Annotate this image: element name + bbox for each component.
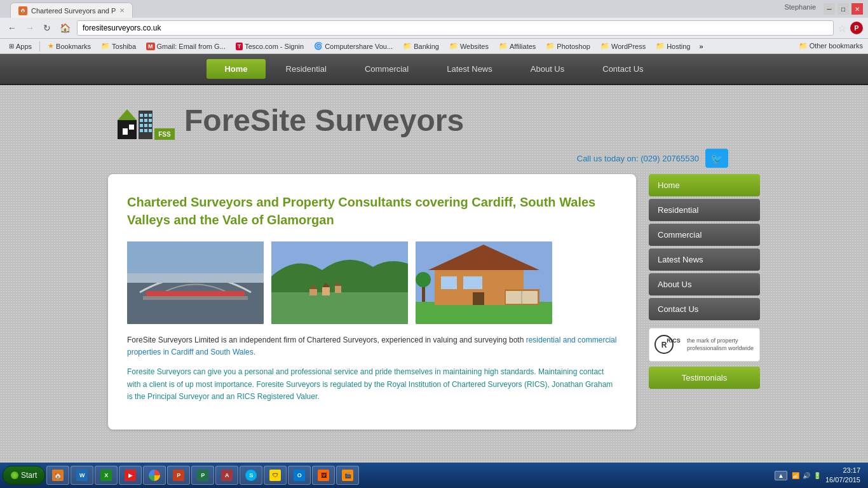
taskbar-word-item[interactable]: W (71, 466, 93, 485)
taskbar-mediaplayer-item[interactable]: 🎬 (336, 466, 359, 485)
bookmark-star-button[interactable]: ☆ (837, 22, 846, 34)
sidebar-item-latest-news[interactable]: Latest News (649, 248, 760, 271)
nav-about-us[interactable]: About Us (513, 59, 582, 79)
bookmark-websites[interactable]: 📁 Websites (445, 41, 492, 51)
svg-rect-12 (144, 124, 147, 127)
tray-icons: 📶 🔊 🔋 (791, 471, 822, 480)
sidebar-item-home[interactable]: Home (649, 174, 760, 196)
foresite-intro: ForeSite Surveyors Limited is an indepen… (127, 336, 526, 344)
paragraph-2: Foresite Surveyors can give you a person… (127, 366, 617, 403)
maximize-button[interactable]: □ (837, 3, 849, 15)
start-button[interactable]: Start (3, 466, 45, 485)
clock-time: 23:17 (825, 466, 860, 475)
svg-rect-30 (322, 287, 330, 295)
bookmark-hosting[interactable]: 📁 Hosting (652, 41, 694, 51)
bookmark-photoshop[interactable]: 📁 Photoshop (542, 41, 594, 51)
nav-home[interactable]: Home (207, 59, 265, 79)
taskbar-excel-item[interactable]: X (95, 466, 118, 485)
top-navigation: Home Residential Commercial Latest News … (0, 54, 868, 85)
sidebar: Home Residential Commercial Latest News … (649, 174, 760, 430)
bookmark-gmail[interactable]: M Gmail: Email from G... (142, 42, 229, 51)
svg-rect-27 (271, 292, 408, 324)
stadium-image (127, 241, 264, 324)
nav-contact-us[interactable]: Contact Us (585, 59, 661, 79)
address-input[interactable] (77, 20, 834, 36)
tray-show-button[interactable]: ▲ (775, 471, 787, 480)
computershare-label: Computershare Vou... (325, 43, 393, 50)
bookmark-affiliates[interactable]: 📁 Affiliates (495, 41, 539, 51)
images-row (127, 241, 617, 324)
svg-point-45 (416, 272, 431, 287)
taskbar-outlook-item[interactable]: O (288, 466, 311, 485)
tab-bar: 🏠 Chartered Surveyors and P ✕ (5, 0, 138, 18)
stadium-svg (127, 241, 264, 324)
other-bookmarks[interactable]: 📁 Other bookmarks (799, 42, 863, 50)
taskbar: Start 🏠 W X ▶ P P A S 🛡 O 🖼 🎬 ▲ 📶 (0, 463, 868, 488)
paragraph-1: ForeSite Surveyors Limited is an indepen… (127, 334, 617, 358)
sidebar-item-commercial[interactable]: Commercial (649, 224, 760, 246)
close-button[interactable]: ✕ (851, 3, 863, 15)
apps-icon: ⊞ (9, 43, 14, 50)
svg-rect-2 (123, 128, 128, 135)
twitter-icon: 🐦 (710, 152, 723, 165)
tab-close-button[interactable]: ✕ (119, 7, 125, 14)
affiliates-label: Affiliates (510, 43, 536, 50)
taskbar-imgviewer-item[interactable]: 🖼 (312, 466, 335, 485)
svg-rect-42 (463, 276, 482, 289)
sidebar-item-about-us[interactable]: About Us (649, 273, 760, 295)
wordpress-label: WordPress (611, 43, 646, 50)
taskbar-media-item[interactable]: ▶ (119, 466, 142, 485)
taskbar-chrome-item[interactable] (143, 466, 166, 485)
content-text: ForeSite Surveyors Limited is an indepen… (127, 334, 617, 403)
taskbar-browser-icon: 🏠 (52, 470, 64, 481)
bookmark-computershare[interactable]: 🌀 Computershare Vou... (310, 41, 397, 51)
nav-residential[interactable]: Residential (268, 59, 344, 79)
taskbar-shield-item[interactable]: 🛡 (264, 466, 287, 485)
svg-rect-32 (335, 286, 341, 293)
taskbar-ppt-item[interactable]: P (167, 466, 190, 485)
bookmark-wordpress[interactable]: 📁 WordPress (597, 41, 649, 51)
taskbar-media-icon: ▶ (125, 470, 136, 481)
svg-text:FSS: FSS (158, 131, 171, 138)
bookmark-apps[interactable]: ⊞ Apps (5, 42, 36, 51)
company-name: ForeSite Surveyors (184, 103, 464, 138)
taskbar-access-item[interactable]: A (215, 466, 238, 485)
more-bookmarks-btn[interactable]: » (696, 43, 705, 50)
toshiba-label: Toshiba (112, 43, 136, 50)
bookmark-banking[interactable]: 📁 Banking (399, 41, 443, 51)
testimonials-button[interactable]: Testimonials (649, 367, 760, 389)
network-tray-icon: 📶 (791, 471, 800, 480)
taskbar-chrome-icon (149, 470, 160, 481)
bookmark-toshiba[interactable]: 📁 Toshiba (97, 41, 140, 51)
nav-latest-news[interactable]: Latest News (429, 59, 510, 79)
minimize-button[interactable]: ─ (824, 3, 835, 15)
svg-rect-35 (416, 302, 552, 324)
rics-text: the mark of property professionalism wor… (687, 337, 754, 352)
taskbar-browser-item[interactable]: 🏠 (46, 466, 69, 485)
bookmark-tesco[interactable]: T Tesco.com - Signin (232, 42, 308, 51)
home-button[interactable]: 🏠 (57, 22, 73, 34)
rics-logo: R RICS (654, 334, 683, 356)
taskbar-skype-item[interactable]: S (240, 466, 262, 485)
bookmark-bookmarks[interactable]: ★ Bookmarks (44, 41, 95, 51)
reload-button[interactable]: ↻ (41, 22, 53, 34)
twitter-button[interactable]: 🐦 (705, 149, 728, 168)
svg-rect-23 (146, 291, 245, 296)
rics-tagline: the mark of property professionalism wor… (687, 337, 754, 352)
rics-box: R RICS the mark of property professional… (649, 328, 760, 362)
taskbar-project-item[interactable]: P (191, 466, 214, 485)
back-button[interactable]: ← (5, 22, 19, 34)
svg-rect-10 (149, 119, 152, 122)
pinterest-button[interactable]: P (850, 22, 863, 34)
forward-button[interactable]: → (23, 22, 37, 34)
websites-label: Websites (460, 43, 489, 50)
nav-commercial[interactable]: Commercial (347, 59, 426, 79)
window-controls: Stephanie ─ □ ✕ (784, 3, 863, 15)
call-row: Call us today on: (029) 20765530 🐦 (0, 149, 868, 174)
active-tab[interactable]: 🏠 Chartered Surveyors and P ✕ (10, 3, 133, 18)
sidebar-item-residential[interactable]: Residential (649, 199, 760, 221)
sidebar-item-contact-us[interactable]: Contact Us (649, 298, 760, 320)
photoshop-folder-icon: 📁 (546, 42, 555, 50)
content-panel: Chartered Surveyors and Property Consult… (108, 174, 636, 430)
banking-folder-icon: 📁 (403, 42, 412, 50)
